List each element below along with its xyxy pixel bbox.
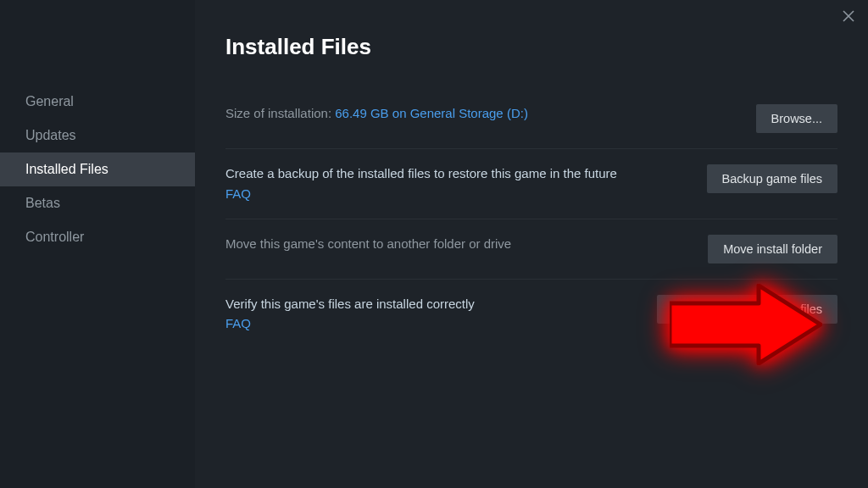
- row-install-size: Size of installation: 66.49 GB on Genera…: [225, 104, 837, 149]
- main-panel: Installed Files Size of installation: 66…: [195, 0, 868, 488]
- install-size-text: Size of installation: 66.49 GB on Genera…: [225, 104, 528, 123]
- backup-faq-link[interactable]: FAQ: [225, 185, 251, 203]
- backup-text-block: Create a backup of the installed files t…: [225, 164, 617, 203]
- move-desc: Move this game's content to another fold…: [225, 235, 511, 253]
- sidebar-item-betas[interactable]: Betas: [0, 186, 195, 220]
- row-move: Move this game's content to another fold…: [225, 219, 837, 280]
- verify-faq-link[interactable]: FAQ: [225, 314, 251, 333]
- verify-desc: Verify this game's files are installed c…: [225, 297, 475, 311]
- row-backup: Create a backup of the installed files t…: [225, 149, 837, 219]
- move-install-folder-button[interactable]: Move install folder: [708, 235, 837, 263]
- sidebar-item-updates[interactable]: Updates: [0, 119, 195, 152]
- backup-desc: Create a backup of the installed files t…: [225, 166, 617, 180]
- sidebar-item-installed-files[interactable]: Installed Files: [0, 152, 195, 186]
- sidebar: General Updates Installed Files Betas Co…: [0, 0, 195, 488]
- page-title: Installed Files: [225, 34, 837, 60]
- row-verify: Verify this game's files are installed c…: [225, 280, 837, 349]
- browse-button[interactable]: Browse...: [756, 104, 837, 133]
- install-size-label: Size of installation:: [225, 106, 335, 120]
- sidebar-item-general[interactable]: General: [0, 85, 195, 119]
- install-size-value[interactable]: 66.49 GB on General Storage (D:): [335, 106, 528, 120]
- backup-game-files-button[interactable]: Backup game files: [707, 164, 837, 193]
- verify-integrity-button[interactable]: Verify integrity of game files: [657, 295, 837, 324]
- sidebar-item-controller[interactable]: Controller: [0, 220, 195, 254]
- verify-text-block: Verify this game's files are installed c…: [225, 295, 475, 334]
